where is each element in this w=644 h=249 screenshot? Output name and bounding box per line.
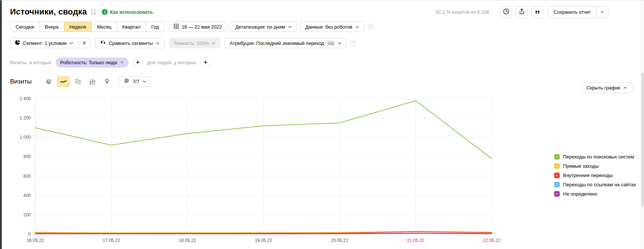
chevron-down-icon — [69, 42, 74, 45]
robot-filter-label: Роботность: Только люди — [60, 60, 117, 65]
legend-checkbox-icon[interactable]: ✓ — [554, 154, 560, 160]
compare-segments-dropdown[interactable]: Сравнить сегменты — [95, 38, 165, 48]
scrollbar-thumb[interactable] — [641, 73, 644, 206]
visits-chart: 02004006008001 0001 2001 40016.05.2217.0… — [0, 95, 542, 247]
segment-dropdown[interactable]: Сегмент: 1 условие — [10, 38, 78, 48]
series-counter-label: 7/7 — [133, 79, 139, 84]
export-icon — [518, 8, 525, 16]
legend-checkbox-icon[interactable]: ✓ — [554, 182, 560, 187]
svg-text:22.05.22: 22.05.22 — [483, 238, 501, 243]
area-chart-icon[interactable] — [72, 76, 84, 87]
people-filter-prefix: для людей, у которых — [147, 60, 196, 65]
accuracy-label: Точность: 100% — [174, 40, 209, 46]
quotes-icon: ” — [534, 13, 540, 16]
legend-label: Переходы из поисковых систем — [563, 154, 634, 160]
legend-label: Переходы по ссылкам на сайтах — [563, 182, 636, 187]
date-range-button[interactable]: 16 — 22 мая 2022 — [169, 22, 227, 32]
svg-text:1 200: 1 200 — [20, 115, 31, 121]
series-count-dropdown[interactable]: 7/7 — [119, 76, 151, 87]
segment-controls: Сегмент: 1 условие ✕ Сравнить сегменты Т… — [10, 38, 356, 48]
accuracy-dropdown[interactable]: Точность: 100% — [169, 38, 221, 48]
chevron-down-icon — [142, 80, 146, 83]
legend-checkbox-icon[interactable]: ✓ — [554, 173, 560, 178]
help-icon[interactable]: ? — [350, 40, 356, 46]
droplets-icon — [100, 40, 106, 46]
hide-chart-label: Скрыть график — [586, 85, 620, 91]
page-title: Источники, сводка — [10, 7, 87, 17]
comments-button[interactable]: ” — [531, 6, 543, 18]
date-range-label: 16 — 22 мая 2022 — [182, 24, 222, 30]
line-chart-icon[interactable] — [57, 76, 69, 87]
header: Источники, сводка i Как использовать 92,… — [10, 5, 608, 19]
chevron-down-icon — [156, 42, 160, 45]
columns-chart-icon[interactable] — [86, 76, 98, 87]
compare-segments-label: Сравнить сегменты — [109, 40, 153, 46]
segment-clear-button[interactable]: ✕ — [78, 38, 91, 48]
pie-chart-icon[interactable] — [43, 76, 55, 87]
chevron-up-icon — [623, 86, 627, 89]
robot-filter-pill[interactable]: Роботность: Только люди ✕ — [56, 58, 128, 68]
svg-text:800: 800 — [23, 154, 31, 159]
bookmark-icon[interactable] — [91, 9, 96, 15]
legend-item[interactable]: ✓Переходы по ссылкам на сайтах — [554, 180, 636, 189]
how-to-use-label: Как использовать — [110, 9, 153, 15]
legend-label: Прямые заходы — [563, 163, 599, 169]
legend-item[interactable]: ✓Прямые заходы — [554, 161, 636, 171]
period-tab[interactable]: Месяц — [91, 22, 117, 32]
speech-bubble-icon — [124, 78, 130, 85]
chevron-down-icon — [338, 42, 342, 45]
attribution-badge: к/д — [327, 40, 335, 46]
legend-item[interactable]: ✓Не определено — [554, 189, 636, 199]
svg-text:1 000: 1 000 — [20, 135, 31, 140]
remove-filter-icon[interactable]: ✕ — [120, 60, 124, 65]
segment-pie-icon — [15, 40, 20, 46]
attribution-label: Атрибуция: Последний значимый переход — [230, 40, 324, 46]
filter-row: Визиты, в которых Роботность: Только люд… — [10, 57, 211, 68]
help-icon[interactable]: ? — [368, 24, 374, 30]
chevron-down-icon — [288, 26, 292, 28]
info-icon: i — [102, 9, 108, 15]
svg-text:0: 0 — [28, 232, 31, 237]
svg-text:19.05.22: 19.05.22 — [255, 238, 272, 243]
export-button[interactable] — [515, 6, 528, 18]
period-controls: СегодняВчераНеделяМесяцКварталГод 16 — 2… — [10, 22, 374, 32]
svg-text:17.05.22: 17.05.22 — [103, 238, 120, 243]
svg-text:16.05.22: 16.05.22 — [27, 238, 44, 243]
map-chart-icon[interactable] — [101, 76, 113, 87]
period-tab[interactable]: Вчера — [39, 22, 64, 32]
period-tab[interactable]: Квартал — [117, 22, 146, 32]
period-tab[interactable]: Неделя — [64, 22, 92, 32]
period-tab[interactable]: Год — [146, 22, 165, 32]
visits-filter-prefix: Визиты, в которых — [10, 60, 51, 65]
how-to-use-link[interactable]: i Как использовать — [102, 9, 153, 15]
chevron-down-icon — [355, 26, 359, 28]
attribution-dropdown[interactable]: Атрибуция: Последний значимый переход к/… — [225, 38, 347, 48]
svg-text:20.05.22: 20.05.22 — [331, 238, 348, 243]
add-people-condition-button[interactable]: + — [201, 58, 211, 68]
chevron-down-icon — [211, 42, 215, 45]
period-tab[interactable]: Сегодня — [10, 22, 40, 32]
period-tabs: СегодняВчераНеделяМесяцКварталГод — [10, 22, 165, 32]
legend-label: Не определено — [563, 191, 597, 197]
save-report-button[interactable]: Сохранить отчет — [548, 6, 608, 18]
svg-text:18.05.22: 18.05.22 — [179, 238, 196, 243]
history-button[interactable] — [500, 6, 512, 18]
calendar-grid-icon — [174, 24, 179, 30]
hide-chart-button[interactable]: Скрыть график — [580, 82, 633, 93]
segment-label: Сегмент: 1 условие — [23, 40, 67, 46]
scrollbar-track[interactable] — [641, 0, 644, 249]
legend-label: Внутренние переходы — [563, 173, 613, 178]
clock-icon — [503, 8, 510, 16]
legend-checkbox-icon[interactable]: ✓ — [554, 191, 560, 197]
save-report-dropdown[interactable] — [596, 7, 608, 17]
detalization-dropdown[interactable]: Детализация: по дням — [230, 22, 296, 32]
segment-button-group: Сегмент: 1 условие ✕ — [10, 38, 91, 48]
legend-item[interactable]: ✓Внутренние переходы — [554, 171, 636, 180]
chart-legend: ✓Переходы из поисковых систем✓Прямые зах… — [554, 152, 636, 199]
legend-checkbox-icon[interactable]: ✓ — [554, 163, 560, 169]
add-visit-condition-button[interactable]: + — [133, 58, 143, 68]
legend-item[interactable]: ✓Переходы из поисковых систем — [554, 152, 636, 161]
svg-text:200: 200 — [23, 212, 31, 217]
data-mode-dropdown[interactable]: Данные: без роботов — [300, 22, 364, 32]
svg-text:400: 400 — [23, 193, 31, 198]
